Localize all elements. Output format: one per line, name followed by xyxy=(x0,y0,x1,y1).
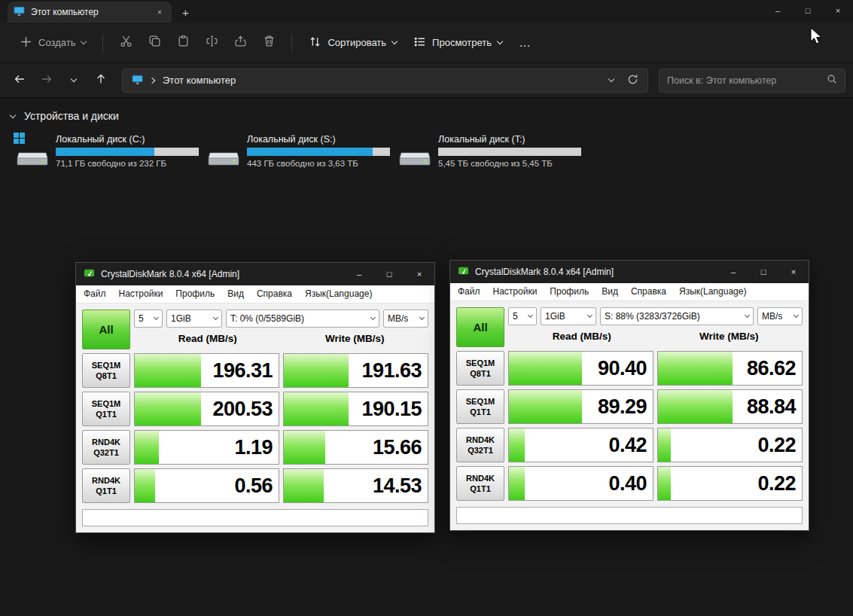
test-queue: Q1T1 xyxy=(470,407,491,417)
close-button[interactable]: × xyxy=(778,261,809,283)
search-box[interactable] xyxy=(659,69,845,93)
back-button[interactable] xyxy=(8,69,32,93)
maximize-button[interactable]: □ xyxy=(793,0,823,21)
maximize-button[interactable]: □ xyxy=(748,261,778,283)
cdm-title-bar[interactable]: CrystalDiskMark 8.0.4 x64 [Admin] – □ × xyxy=(76,263,434,285)
menu-item[interactable]: Профиль xyxy=(175,288,215,299)
drive-item[interactable]: Локальный диск (C:) 71,1 ГБ свободно из … xyxy=(12,131,203,171)
crystaldiskmark-window: CrystalDiskMark 8.0.4 x64 [Admin] – □ × … xyxy=(449,260,809,531)
test-type-button[interactable]: SEQ1M Q1T1 xyxy=(82,392,130,426)
refresh-icon[interactable] xyxy=(627,74,638,87)
scissors-icon xyxy=(120,35,133,50)
section-title: Устройства и диски xyxy=(24,110,119,122)
result-value: 190.15 xyxy=(361,398,422,421)
unit-select[interactable]: MB/s xyxy=(757,307,803,325)
test-size-value: 1GiB xyxy=(171,313,191,324)
view-icon xyxy=(413,35,426,50)
menu-item[interactable]: Настройки xyxy=(493,286,538,297)
test-size-select[interactable]: 1GiB xyxy=(541,307,596,325)
test-count-select[interactable]: 5 xyxy=(134,310,163,328)
target-drive-select[interactable]: T: 0% (0/5589GiB) xyxy=(226,310,379,328)
result-value: 0.22 xyxy=(757,434,796,457)
all-test-button[interactable]: All xyxy=(456,307,504,347)
menu-item[interactable]: Вид xyxy=(227,288,244,299)
forward-button[interactable] xyxy=(35,69,59,93)
minimize-button[interactable]: – xyxy=(718,261,748,283)
write-cell: 86.62 xyxy=(657,351,803,386)
chevron-right-icon xyxy=(149,77,155,83)
read-cell: 90.40 xyxy=(508,351,653,386)
menu-item[interactable]: Профиль xyxy=(550,286,589,297)
address-dropdown-icon[interactable] xyxy=(608,76,614,82)
test-queue: Q8T1 xyxy=(96,371,117,381)
menu-item[interactable]: Справка xyxy=(631,286,666,297)
copy-icon xyxy=(148,35,161,50)
share-button[interactable] xyxy=(227,30,254,56)
menu-item[interactable]: Язык(Language) xyxy=(305,288,372,299)
breadcrumb-root[interactable]: Этот компьютер xyxy=(163,75,236,86)
view-button[interactable]: Просмотреть xyxy=(406,30,510,56)
menu-item[interactable]: Файл xyxy=(458,286,480,297)
drive-item[interactable]: Локальный диск (S:) 443 ГБ свободно из 3… xyxy=(203,131,395,171)
explorer-tab[interactable]: Этот компьютер × xyxy=(8,2,172,23)
benchmark-row: SEQ1M Q1T1 89.29 88.84 xyxy=(456,389,803,424)
new-tab-button[interactable]: + xyxy=(182,6,189,19)
toolbar-separator xyxy=(102,34,103,52)
minimize-button[interactable]: – xyxy=(344,263,374,285)
new-button[interactable]: Создать xyxy=(12,30,93,56)
all-test-button[interactable]: All xyxy=(82,310,130,349)
close-button[interactable]: × xyxy=(823,0,853,21)
window-controls: – □ × xyxy=(763,0,853,21)
test-queue: Q1T1 xyxy=(96,409,117,419)
result-value: 88.84 xyxy=(747,395,796,419)
test-type-button[interactable]: RND4K Q1T1 xyxy=(82,468,130,503)
test-size-select[interactable]: 1GiB xyxy=(166,310,222,328)
breadcrumb[interactable]: Этот компьютер xyxy=(122,69,648,93)
cdm-rows: SEQ1M Q8T1 196.31 191.63 SEQ1M Q1T1 200.… xyxy=(82,353,428,503)
test-type-button[interactable]: RND4K Q32T1 xyxy=(82,430,130,465)
maximize-button[interactable]: □ xyxy=(374,263,404,285)
test-name: SEQ1M xyxy=(92,398,121,409)
menu-item[interactable]: Язык(Language) xyxy=(679,286,746,297)
tab-bar: Этот компьютер × + – □ × xyxy=(0,0,853,23)
search-input[interactable] xyxy=(667,75,827,86)
cut-button[interactable] xyxy=(112,30,139,56)
drive-item[interactable]: Локальный диск (T:) 5,45 ТБ свободно из … xyxy=(395,131,586,171)
crystaldiskmark-window: CrystalDiskMark 8.0.4 x64 [Admin] – □ × … xyxy=(75,262,435,533)
result-value: 0.22 xyxy=(757,472,796,496)
read-cell: 1.19 xyxy=(134,430,279,465)
target-drive-select[interactable]: S: 88% (3283/3726GiB) xyxy=(600,307,754,325)
tab-close-icon[interactable]: × xyxy=(154,6,166,18)
result-bar xyxy=(658,352,733,385)
rename-button[interactable] xyxy=(198,30,225,56)
sort-button[interactable]: Сортировать xyxy=(301,30,404,56)
test-type-button[interactable]: RND4K Q1T1 xyxy=(456,466,504,501)
drive-free-text: 71,1 ГБ свободно из 232 ГБ xyxy=(56,159,200,168)
menu-item[interactable]: Файл xyxy=(84,288,106,299)
cdm-status-bar xyxy=(456,507,803,524)
minimize-button[interactable]: – xyxy=(763,0,793,21)
read-column-header: Read (MB/s) xyxy=(134,333,282,344)
test-type-button[interactable]: SEQ1M Q8T1 xyxy=(82,353,130,388)
paste-button[interactable] xyxy=(169,30,196,56)
copy-button[interactable] xyxy=(141,30,168,56)
test-count-select[interactable]: 5 xyxy=(508,307,537,325)
menu-item[interactable]: Настройки xyxy=(119,288,163,299)
menu-item[interactable]: Вид xyxy=(602,286,618,297)
delete-button[interactable] xyxy=(255,30,282,56)
write-cell: 191.63 xyxy=(283,353,428,388)
menu-item[interactable]: Справка xyxy=(257,288,292,299)
test-type-button[interactable]: SEQ1M Q1T1 xyxy=(456,389,504,424)
more-options-button[interactable]: … xyxy=(511,36,539,50)
cdm-title-bar[interactable]: CrystalDiskMark 8.0.4 x64 [Admin] – □ × xyxy=(450,261,809,283)
test-type-button[interactable]: SEQ1M Q8T1 xyxy=(456,351,504,386)
unit-select[interactable]: MB/s xyxy=(383,310,428,328)
share-icon xyxy=(234,35,247,50)
close-button[interactable]: × xyxy=(404,263,434,285)
recent-locations-button[interactable] xyxy=(62,69,86,93)
paste-icon xyxy=(177,35,190,50)
up-button[interactable] xyxy=(89,69,113,93)
result-bar xyxy=(135,392,201,425)
test-type-button[interactable]: RND4K Q32T1 xyxy=(456,428,504,462)
devices-section-header[interactable]: Устройства и диски xyxy=(6,108,847,124)
